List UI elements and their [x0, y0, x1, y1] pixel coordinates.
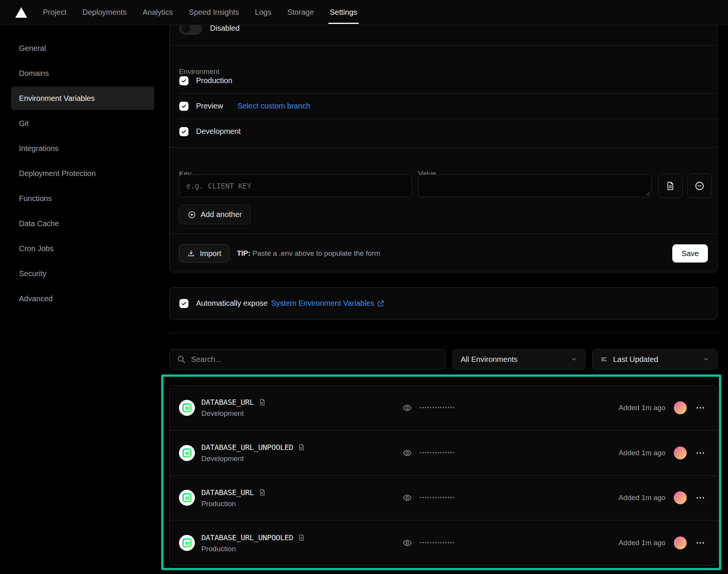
nav-deployments[interactable]: Deployments	[82, 8, 127, 17]
environment-filter-value: All Environments	[461, 355, 565, 364]
sort-value: Last Updated	[613, 355, 697, 364]
note-icon[interactable]	[298, 534, 305, 541]
system-env-card: Automatically expose System Environment …	[169, 287, 717, 319]
eye-icon[interactable]	[402, 493, 412, 503]
sort-dropdown[interactable]: Last Updated	[592, 349, 717, 370]
sidebar-item-cron-jobs[interactable]: Cron Jobs	[11, 237, 154, 260]
masked-value-group: ••••••••••••••	[402, 538, 455, 548]
env-var-name-column: DATABASE_URL Development	[201, 398, 402, 418]
env-var-row[interactable]: DATABASE_URL Production ••••••••••••••	[170, 475, 717, 521]
system-env-vars-link[interactable]: System Environment Variables	[271, 299, 384, 308]
file-icon	[665, 181, 675, 191]
more-menu-icon[interactable]	[696, 405, 705, 411]
check-icon	[181, 78, 187, 84]
eye-icon[interactable]	[402, 403, 412, 413]
env-var-environment: Development	[201, 454, 402, 463]
preview-checkbox[interactable]	[179, 102, 188, 111]
eye-icon[interactable]	[402, 448, 412, 458]
env-checkbox-row-development: Development	[170, 119, 717, 144]
sidebar-item-deployment-protection[interactable]: Deployment Protection	[11, 162, 154, 185]
production-checkbox[interactable]	[179, 76, 188, 85]
sidebar-item-security[interactable]: Security	[11, 262, 154, 285]
note-icon[interactable]	[259, 489, 266, 496]
sidebar-item-environment-variables[interactable]: Environment Variables	[11, 86, 154, 110]
env-checkbox-row-preview: Preview Select custom branch	[170, 93, 717, 119]
env-var-row[interactable]: DATABASE_URL_UNPOOLED Production •••••••…	[170, 520, 717, 565]
add-another-label: Add another	[201, 210, 242, 219]
user-avatar	[674, 447, 687, 459]
import-button[interactable]: Import	[179, 244, 229, 263]
note-icon[interactable]	[259, 398, 266, 406]
sidebar-item-advanced[interactable]: Advanced	[11, 287, 154, 310]
masked-value: ••••••••••••••	[420, 540, 455, 546]
add-another-button[interactable]: Add another	[179, 205, 251, 224]
nav-items: Project Deployments Analytics Speed Insi…	[43, 8, 357, 17]
env-var-name-column: DATABASE_URL Production	[201, 488, 402, 508]
check-icon	[181, 129, 187, 135]
masked-value: ••••••••••••••	[420, 450, 455, 456]
filter-row: All Environments Last Updated	[169, 349, 717, 370]
row-meta: Added 1m ago	[618, 401, 705, 414]
neon-integration-icon	[179, 535, 195, 551]
select-custom-branch-link[interactable]: Select custom branch	[237, 102, 310, 110]
masked-value-group: ••••••••••••••	[402, 403, 455, 413]
sidebar-item-domains[interactable]: Domains	[11, 61, 154, 85]
nav-settings[interactable]: Settings	[330, 8, 357, 17]
nav-storage[interactable]: Storage	[287, 8, 314, 17]
more-menu-icon[interactable]	[696, 540, 705, 546]
development-checkbox[interactable]	[179, 127, 188, 136]
import-label: Import	[200, 249, 221, 258]
save-button[interactable]: Save	[672, 244, 708, 263]
user-avatar	[674, 536, 687, 549]
search-icon	[177, 355, 186, 364]
more-menu-icon[interactable]	[696, 495, 705, 501]
masked-value: ••••••••••••••	[420, 405, 455, 410]
download-icon	[187, 249, 195, 258]
external-link-icon	[377, 300, 384, 307]
top-nav: Project Deployments Analytics Speed Insi…	[0, 0, 728, 25]
environment-filter-dropdown[interactable]: All Environments	[453, 349, 585, 370]
nav-project[interactable]: Project	[43, 8, 66, 17]
neon-integration-icon	[179, 445, 195, 461]
toggle-label: Disabled	[210, 24, 240, 33]
env-var-name-column: DATABASE_URL_UNPOOLED Production	[201, 533, 402, 553]
masked-value: ••••••••••••••	[420, 495, 455, 500]
sidebar-item-integrations[interactable]: Integrations	[11, 137, 154, 160]
sort-lines-icon	[600, 355, 608, 363]
form-footer: Import TIP: Paste a .env above to popula…	[170, 234, 717, 273]
row-meta: Added 1m ago	[618, 447, 705, 459]
search-box	[169, 349, 446, 370]
vercel-logo-icon[interactable]	[14, 6, 28, 19]
masked-value-group: ••••••••••••••	[402, 448, 455, 458]
nav-speed-insights[interactable]: Speed Insights	[189, 8, 239, 17]
env-var-list: DATABASE_URL Development ••••••••••••••	[169, 385, 717, 566]
sidebar-item-data-cache[interactable]: Data Cache	[11, 212, 154, 235]
sidebar-item-functions[interactable]: Functions	[11, 187, 154, 210]
note-icon[interactable]	[298, 443, 305, 451]
added-timestamp: Added 1m ago	[618, 494, 665, 502]
env-var-key: DATABASE_URL_UNPOOLED	[201, 533, 293, 542]
row-meta: Added 1m ago	[618, 491, 705, 504]
nav-logs[interactable]: Logs	[255, 8, 271, 17]
search-input[interactable]	[170, 349, 446, 369]
eye-icon[interactable]	[402, 538, 412, 548]
auto-expose-checkbox[interactable]	[179, 299, 188, 308]
env-var-key: DATABASE_URL	[201, 398, 254, 407]
sidebar-item-general[interactable]: General	[11, 36, 154, 60]
key-input[interactable]	[179, 175, 412, 197]
auto-expose-label: Automatically expose	[196, 299, 268, 308]
nav-analytics[interactable]: Analytics	[143, 8, 173, 17]
settings-sidebar: General Domains Environment Variables Gi…	[0, 25, 169, 312]
sidebar-item-git[interactable]: Git	[11, 112, 154, 135]
paste-env-file-button[interactable]	[658, 174, 682, 198]
more-menu-icon[interactable]	[696, 450, 705, 456]
env-var-row[interactable]: DATABASE_URL_UNPOOLED Development ••••••…	[170, 430, 717, 475]
added-timestamp: Added 1m ago	[618, 539, 665, 547]
value-input[interactable]	[418, 175, 652, 197]
tip-text: TIP: Paste a .env above to populate the …	[237, 249, 380, 258]
env-var-key: DATABASE_URL	[201, 488, 254, 497]
env-var-row[interactable]: DATABASE_URL Development ••••••••••••••	[170, 385, 717, 430]
remove-row-button[interactable]	[687, 174, 712, 198]
env-var-environment: Development	[201, 409, 402, 418]
add-env-var-card: Disabled Environment Production Preview …	[169, 11, 717, 272]
